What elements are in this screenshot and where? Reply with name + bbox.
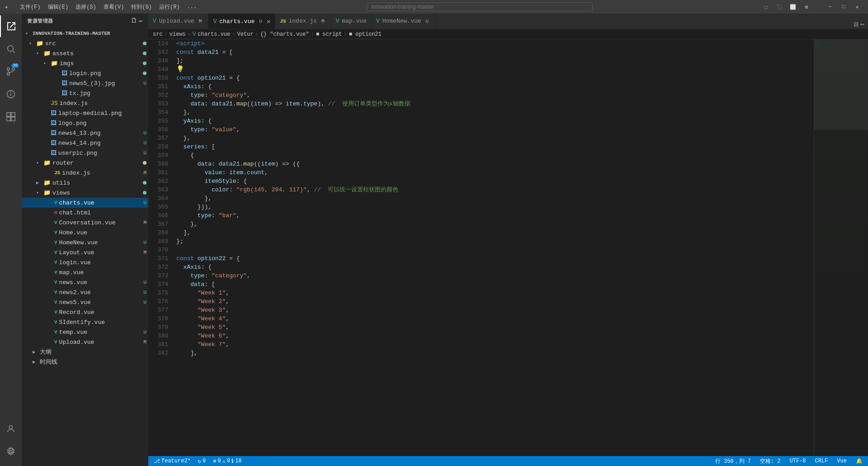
sidebar-item-recordvue[interactable]: ▶ V Record.vue [22, 307, 148, 317]
layout-btn3[interactable]: ⬜ [787, 2, 799, 12]
chartsvue-badge: U [143, 200, 146, 205]
breadcrumb-src[interactable]: src [153, 31, 163, 38]
token: , [226, 314, 229, 323]
new-file-icon[interactable]: 🗋 [131, 17, 137, 25]
tree-root[interactable]: ▾ INNOVATION-TRAINING-MASTER [22, 29, 148, 38]
sidebar-item-userpicpng[interactable]: ▶ 🖼 userpic.png U [22, 148, 148, 158]
token: series [184, 143, 205, 151]
status-position[interactable]: 行 350，列 7 [713, 457, 753, 465]
token: : { [201, 263, 212, 271]
activity-git[interactable]: 30 [0, 61, 22, 82]
activity-extensions[interactable] [0, 106, 22, 128]
sidebar-item-uploadvue[interactable]: ▶ V Upload.vue M [22, 337, 148, 347]
sidebar-item-news5jpg[interactable]: ▶ 🖼 news5_(3).jpg U [22, 78, 148, 88]
sidebar-item-news2vue[interactable]: ▶ V news2.vue U [22, 287, 148, 297]
breadcrumb-option21[interactable]: ■ option21 [349, 31, 382, 38]
status-errors[interactable]: ⊗ 0 ⚠ 0 ℹ 18 [211, 458, 243, 465]
sidebar-item-logopng[interactable]: ▶ 🖼 logo.png [22, 118, 148, 128]
sidebar-item-homevue[interactable]: ▶ V Home.vue [22, 228, 148, 238]
sidebar-item-newsvue[interactable]: ▶ V news.vue U [22, 277, 148, 287]
sidebar-item-utils[interactable]: ▶ 📁 utils [22, 178, 148, 188]
sidebar-item-news414png[interactable]: ▶ 🖼 news4_14.png U [22, 138, 148, 148]
sidebar-item-conversationvue[interactable]: ▶ V Conversation.vue M [22, 218, 148, 228]
menu-select[interactable]: 选择(S) [73, 2, 99, 12]
tab-chartsvue[interactable]: V charts.vue U ✕ [208, 14, 275, 29]
sidebar-item-chartsvue[interactable]: ▶ V charts.vue U [22, 198, 148, 208]
status-line-ending[interactable]: CRLF [813, 458, 830, 464]
code-area[interactable]: <script>const data21 = [];💡const option2… [172, 39, 814, 456]
menu-view[interactable]: 查看(V) [101, 2, 127, 12]
feedback-icon: 🔔 [856, 458, 863, 465]
breadcrumb-chartsobj[interactable]: {} "charts.vue" [260, 31, 309, 38]
status-sync[interactable]: ↻ 0 [196, 458, 208, 465]
token: count [247, 168, 264, 177]
code-line: data: data21.map((item) => ({ [176, 160, 814, 168]
activity-settings[interactable] [0, 441, 22, 462]
sidebar-item-mapvue[interactable]: ▶ V map.vue [22, 267, 148, 277]
token: type [190, 125, 204, 134]
minimap[interactable]: const data = []; xAxis: { type: 'categor… [814, 39, 868, 456]
status-feedback[interactable]: 🔔 [854, 458, 864, 465]
sidebar-item-news5vue[interactable]: ▶ V news5.vue U [22, 297, 148, 307]
breadcrumb-vetur[interactable]: Vetur [237, 31, 253, 38]
tab-indexjs[interactable]: JS index.js M [275, 14, 331, 29]
sidebar-item-laptoppng[interactable]: ▶ 🖼 laptop-medical.png [22, 108, 148, 118]
tab-uploadvue[interactable]: V Upload.vue M [148, 14, 208, 29]
close-btn[interactable]: ✕ [851, 2, 863, 12]
homenewvue-label: HomeNew.vue [59, 239, 142, 246]
sidebar-item-loginpng[interactable]: ▶ 🖼 login.png [22, 68, 148, 78]
more-actions-icon[interactable]: ⋯ [860, 20, 864, 29]
layout-btn4[interactable]: ⊞ [800, 2, 813, 12]
sidebar-item-assets[interactable]: ▾ 📁 assets [22, 48, 148, 58]
breadcrumb-script[interactable]: ■ script [316, 31, 342, 38]
sidebar-item-router[interactable]: ▾ 📁 router [22, 158, 148, 168]
sidebar-item-src[interactable]: ▾ 📁 src [22, 38, 148, 48]
maximize-btn[interactable]: □ [837, 2, 850, 12]
loginpng-dot [143, 71, 146, 75]
split-editor-icon[interactable]: ⊡ [854, 20, 859, 29]
menu-more[interactable]: ... [184, 3, 200, 11]
menu-goto[interactable]: 转到(G) [128, 2, 155, 12]
status-spaces[interactable]: 空格: 2 [758, 457, 783, 465]
sidebar-item-views[interactable]: ▾ 📁 views [22, 188, 148, 198]
menu-edit[interactable]: 编辑(E) [45, 2, 71, 12]
activity-search[interactable] [0, 38, 22, 60]
sidebar-item-sidentifyvue[interactable]: ▶ V SIdentify.vue [22, 317, 148, 327]
sidebar-item-imgs[interactable]: ▾ 📁 imgs [22, 58, 148, 68]
activity-explorer[interactable] [0, 15, 22, 37]
token: : [204, 125, 212, 134]
sidebar-item-homenewvue[interactable]: ▶ V HomeNew.vue U [22, 238, 148, 247]
minimize-btn[interactable]: ─ [824, 2, 836, 12]
chartsvue-tab-close[interactable]: ✕ [267, 18, 270, 25]
token: "Week 3" [198, 306, 226, 314]
breadcrumb-charts[interactable]: charts.vue [198, 31, 230, 38]
activity-debug[interactable] [0, 83, 22, 105]
new-folder-icon[interactable]: ⋯ [139, 17, 143, 25]
sidebar-item-tempvue[interactable]: ▶ V temp.vue U [22, 327, 148, 337]
status-language[interactable]: Vue [835, 458, 849, 464]
sidebar-item-txjpg[interactable]: ▶ 🖼 tx.jpg [22, 88, 148, 98]
breadcrumb-views[interactable]: views [170, 31, 186, 38]
token [176, 211, 198, 220]
sidebar-item-outline[interactable]: ▶ 大纲 [22, 347, 148, 357]
menu-file[interactable]: 文件(F) [17, 2, 43, 12]
sidebar-item-loginvue[interactable]: ▶ V login.vue [22, 257, 148, 267]
tab-homenewvue[interactable]: V HomeNew.vue U [372, 14, 435, 29]
tab-mapvue[interactable]: V map.vue [331, 14, 372, 29]
sidebar-item-timeline[interactable]: ▶ 时间线 [22, 357, 148, 367]
layout-btn[interactable]: ⬚ [760, 2, 772, 12]
status-branch[interactable]: ⎇ feature2* [152, 458, 193, 465]
sidebar-item-chathtml[interactable]: ▶ H chat.html [22, 208, 148, 218]
layoutvue-label: Layout.vue [59, 249, 142, 256]
layout-btn2[interactable]: ⬛ [773, 2, 786, 12]
sidebar-item-news413png[interactable]: ▶ 🖼 news4_13.png U [22, 128, 148, 138]
chathtml-label: chat.html [59, 209, 148, 216]
menu-run[interactable]: 运行(R) [156, 2, 183, 12]
titlebar-search-area [203, 2, 756, 11]
sidebar-item-indexjs-assets[interactable]: ▶ JS index.js [22, 98, 148, 108]
status-encoding[interactable]: UTF-8 [788, 458, 808, 464]
search-input[interactable] [367, 2, 593, 11]
activity-account[interactable] [0, 418, 22, 440]
sidebar-item-router-indexjs[interactable]: ▶ JS index.js M [22, 168, 148, 178]
sidebar-item-layoutvue[interactable]: ▶ V Layout.vue M [22, 247, 148, 257]
